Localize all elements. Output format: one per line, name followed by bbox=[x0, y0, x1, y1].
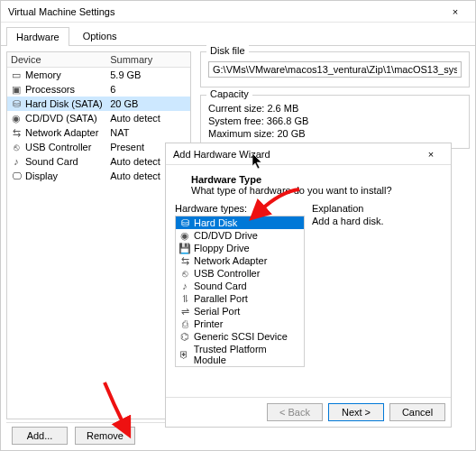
scsi-icon: ⌬ bbox=[179, 331, 190, 342]
hardware-type-label: Sound Card bbox=[194, 281, 247, 291]
printer-icon: ⎙ bbox=[179, 318, 190, 329]
capacity-current-value: 2.6 MB bbox=[267, 103, 298, 114]
floppy-icon: 💾 bbox=[179, 243, 190, 253]
device-name: Sound Card bbox=[25, 156, 78, 167]
cd-icon: ◉ bbox=[11, 113, 22, 124]
wizard-heading: Hardware Type bbox=[191, 174, 442, 185]
wizard-columns: Hardware types: ⛁Hard Disk◉CD/DVD Drive💾… bbox=[175, 203, 442, 367]
wizard-body: Hardware Type What type of hardware do y… bbox=[166, 165, 451, 373]
net-icon: ⇆ bbox=[11, 127, 22, 138]
close-icon[interactable]: × bbox=[443, 6, 468, 17]
explanation-text: Add a hard disk. bbox=[312, 216, 442, 226]
window-title: Virtual Machine Settings bbox=[8, 6, 114, 17]
add-hardware-wizard: Add Hardware Wizard × Hardware Type What… bbox=[165, 143, 452, 428]
tab-options[interactable]: Options bbox=[73, 26, 127, 45]
sound-icon: ♪ bbox=[179, 281, 190, 291]
parallel-icon: ⥮ bbox=[179, 293, 190, 304]
wizard-titlebar: Add Hardware Wizard × bbox=[166, 143, 451, 165]
tab-hardware[interactable]: Hardware bbox=[6, 27, 69, 46]
device-name: USB Controller bbox=[25, 142, 91, 152]
explanation-pane: Explanation Add a hard disk. bbox=[312, 203, 442, 367]
device-row[interactable]: ⎋USB ControllerPresent bbox=[7, 140, 190, 154]
hardware-type-label: Network Adapter bbox=[194, 255, 267, 266]
header-summary: Summary bbox=[110, 54, 187, 65]
wizard-heading-block: Hardware Type What type of hardware do y… bbox=[191, 174, 442, 196]
device-name: Display bbox=[25, 170, 58, 181]
device-row[interactable]: ▭Memory5.9 GB bbox=[7, 68, 190, 82]
hardware-type-item[interactable]: ⥮Parallel Port bbox=[176, 292, 304, 305]
hdd-icon: ⛁ bbox=[179, 217, 190, 228]
header-device: Device bbox=[11, 54, 110, 65]
device-summary: 5.9 GB bbox=[110, 69, 187, 80]
hardware-type-item[interactable]: ♪Sound Card bbox=[176, 280, 304, 292]
serial-icon: ⇌ bbox=[179, 306, 190, 317]
wizard-buttons: < Back Next > Cancel bbox=[166, 397, 451, 427]
hardware-type-label: Generic SCSI Device bbox=[194, 331, 288, 342]
device-list[interactable]: Device Summary ▭Memory5.9 GB▣Processors6… bbox=[6, 51, 191, 419]
capacity-title: Capacity bbox=[206, 88, 252, 99]
disk-file-title: Disk file bbox=[206, 45, 249, 56]
hardware-type-item[interactable]: ⇌Serial Port bbox=[176, 305, 304, 318]
hardware-types-list[interactable]: ⛁Hard Disk◉CD/DVD Drive💾Floppy Drive⇆Net… bbox=[175, 216, 305, 367]
add-button[interactable]: Add... bbox=[12, 427, 68, 445]
hardware-type-item[interactable]: ⌬Generic SCSI Device bbox=[176, 330, 304, 343]
hardware-type-label: Trusted Platform Module bbox=[194, 344, 300, 365]
next-button[interactable]: Next > bbox=[328, 403, 384, 421]
device-row[interactable]: ♪Sound CardAuto detect bbox=[7, 154, 190, 169]
hardware-type-item[interactable]: ⛁Hard Disk bbox=[176, 216, 304, 229]
wizard-close-icon[interactable]: × bbox=[418, 149, 444, 160]
usb-icon: ⎋ bbox=[11, 142, 22, 152]
cd-icon: ◉ bbox=[179, 230, 190, 241]
disk-file-group: Disk file bbox=[200, 51, 470, 87]
capacity-free: System free: 366.8 GB bbox=[208, 115, 462, 126]
capacity-group: Capacity Current size: 2.6 MB System fre… bbox=[200, 95, 470, 149]
hardware-type-label: Printer bbox=[194, 318, 223, 329]
device-row[interactable]: ⇆Network AdapterNAT bbox=[7, 125, 190, 140]
hardware-type-item[interactable]: ◉CD/DVD Drive bbox=[176, 229, 304, 242]
hardware-type-label: Serial Port bbox=[194, 306, 240, 317]
device-row[interactable]: 🖵DisplayAuto detect bbox=[7, 169, 190, 183]
capacity-max-label: Maximum size: bbox=[208, 128, 274, 139]
device-list-header: Device Summary bbox=[7, 52, 190, 68]
device-row[interactable]: ◉CD/DVD (SATA)Auto detect bbox=[7, 111, 190, 125]
capacity-free-label: System free: bbox=[208, 115, 264, 126]
disk-file-path[interactable] bbox=[208, 61, 462, 78]
capacity-current: Current size: 2.6 MB bbox=[208, 103, 462, 114]
capacity-max: Maximum size: 20 GB bbox=[208, 128, 462, 139]
capacity-current-label: Current size: bbox=[208, 103, 264, 114]
cpu-icon: ▣ bbox=[11, 84, 22, 95]
explanation-label: Explanation bbox=[312, 203, 442, 214]
remove-button[interactable]: Remove bbox=[75, 427, 135, 445]
device-summary: NAT bbox=[110, 127, 187, 138]
cancel-button[interactable]: Cancel bbox=[389, 403, 445, 421]
device-summary: Auto detect bbox=[110, 113, 187, 124]
device-name: CD/DVD (SATA) bbox=[25, 113, 97, 124]
display-icon: 🖵 bbox=[11, 170, 22, 181]
device-row[interactable]: ⛁Hard Disk (SATA)20 GB bbox=[7, 97, 190, 111]
hdd-icon: ⛁ bbox=[11, 98, 22, 109]
capacity-free-value: 366.8 GB bbox=[267, 115, 308, 126]
wizard-title: Add Hardware Wizard bbox=[173, 149, 270, 160]
net-icon: ⇆ bbox=[179, 255, 190, 266]
hardware-type-label: Floppy Drive bbox=[194, 243, 250, 253]
hardware-type-item[interactable]: ⇆Network Adapter bbox=[176, 254, 304, 267]
device-name: Memory bbox=[25, 69, 61, 80]
titlebar: Virtual Machine Settings × bbox=[1, 1, 475, 23]
hardware-type-label: Parallel Port bbox=[194, 293, 248, 304]
back-button[interactable]: < Back bbox=[267, 403, 323, 421]
device-name: Network Adapter bbox=[25, 127, 98, 138]
capacity-max-value: 20 GB bbox=[277, 128, 305, 139]
hardware-type-label: Hard Disk bbox=[194, 217, 237, 228]
hardware-type-item[interactable]: 💾Floppy Drive bbox=[176, 242, 304, 254]
device-row[interactable]: ▣Processors6 bbox=[7, 82, 190, 97]
hardware-type-item[interactable]: ⎙Printer bbox=[176, 318, 304, 330]
hardware-type-label: CD/DVD Drive bbox=[194, 230, 258, 241]
tpm-icon: ⛨ bbox=[179, 349, 190, 360]
hardware-type-item[interactable]: ⛨Trusted Platform Module bbox=[176, 343, 304, 366]
left-pane: Device Summary ▭Memory5.9 GB▣Processors6… bbox=[6, 51, 191, 419]
usb-icon: ⎋ bbox=[179, 268, 190, 279]
device-name: Hard Disk (SATA) bbox=[25, 98, 103, 109]
sound-icon: ♪ bbox=[11, 156, 22, 167]
hardware-type-label: USB Controller bbox=[194, 268, 260, 279]
hardware-type-item[interactable]: ⎋USB Controller bbox=[176, 267, 304, 280]
